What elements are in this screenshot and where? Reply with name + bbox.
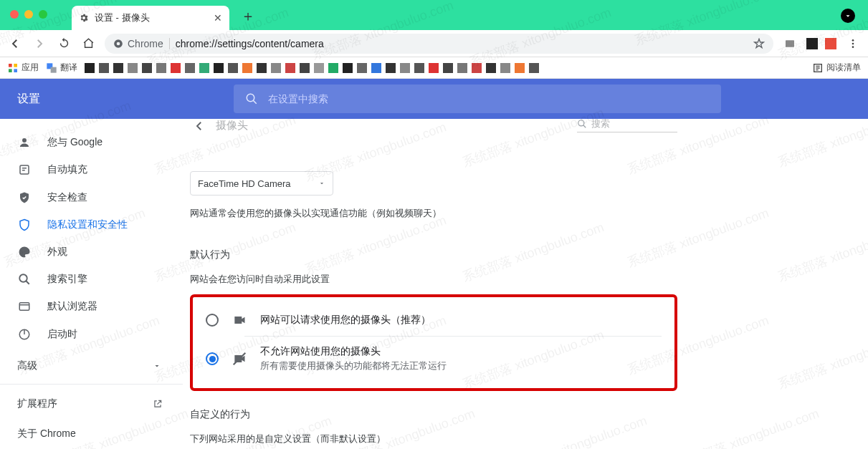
minimize-window-button[interactable] — [24, 10, 33, 19]
radio-allow[interactable] — [206, 314, 219, 327]
browser-tab[interactable]: 设置 - 摄像头 ✕ — [72, 6, 229, 30]
radio-block[interactable] — [206, 352, 219, 365]
bookmark-item[interactable] — [99, 63, 109, 73]
bookmark-item[interactable] — [328, 63, 338, 73]
divider — [0, 384, 183, 385]
option-allow-row[interactable]: 网站可以请求使用您的摄像头（推荐） — [193, 304, 674, 336]
sidebar-item-appearance[interactable]: 外观 — [0, 238, 174, 266]
svg-point-3 — [852, 39, 854, 42]
settings-main: 摄像头 搜索 FaceTime HD Camera 网站通常会使用您的摄像头以实… — [183, 119, 868, 449]
default-behavior-options: 网站可以请求使用您的摄像头（推荐） 不允许网站使用您的摄像头 所有需要使用摄像头… — [190, 294, 677, 391]
window-controls — [10, 10, 47, 19]
bookmark-item[interactable] — [85, 63, 95, 73]
forward-button[interactable] — [32, 37, 47, 50]
bookmark-item[interactable] — [271, 63, 281, 73]
bookmark-item[interactable] — [486, 63, 496, 73]
close-window-button[interactable] — [10, 10, 19, 19]
svg-point-13 — [247, 94, 254, 102]
bookmark-item[interactable] — [515, 63, 525, 73]
camera-usage-description: 网站通常会使用您的摄像头以实现通信功能（例如视频聊天） — [190, 207, 677, 220]
sidebar-label: 隐私设置和安全性 — [47, 218, 128, 231]
crumb-title: 摄像头 — [216, 119, 248, 132]
bookmark-item[interactable] — [429, 63, 439, 73]
inline-search[interactable]: 搜索 — [577, 119, 677, 132]
search-icon — [577, 119, 587, 129]
sidebar-label: 外观 — [47, 246, 67, 259]
bookmark-item[interactable] — [400, 63, 410, 73]
advanced-label: 高级 — [17, 359, 37, 372]
camera-device-select[interactable]: FaceTime HD Camera — [190, 171, 333, 195]
sidebar-item-privacy-security[interactable]: 隐私设置和安全性 — [0, 211, 174, 238]
svg-point-19 — [578, 120, 584, 126]
external-link-icon — [153, 399, 163, 409]
back-arrow-button[interactable] — [193, 120, 206, 132]
reading-list-button[interactable]: 阅读清单 — [812, 62, 861, 74]
home-button[interactable] — [80, 37, 96, 49]
bookmark-item[interactable] — [443, 63, 453, 73]
bookmark-item[interactable] — [371, 63, 381, 73]
bookmark-item[interactable] — [171, 63, 181, 73]
extension-icon[interactable] — [825, 38, 836, 49]
settings-search-input[interactable] — [268, 93, 710, 105]
bookmark-item[interactable] — [285, 63, 295, 73]
option-block-row[interactable]: 不允许网站使用您的摄像头 所有需要使用摄像头的功能都将无法正常运行 — [193, 337, 674, 381]
sidebar-advanced-toggle[interactable]: 高级 — [0, 352, 183, 380]
palette-icon — [17, 246, 32, 259]
back-button[interactable] — [7, 37, 23, 50]
bookmark-item[interactable] — [529, 63, 539, 73]
sidebar-item-autofill[interactable]: 自动填充 — [0, 156, 174, 183]
bookmark-item[interactable] — [386, 63, 396, 73]
new-tab-button[interactable]: ＋ — [241, 6, 255, 26]
bookmark-item[interactable] — [156, 63, 166, 73]
bookmark-item[interactable] — [199, 63, 209, 73]
sidebar-item-safety-check[interactable]: 安全检查 — [0, 183, 174, 211]
option-allow-label: 网站可以请求使用您的摄像头（推荐） — [260, 314, 431, 327]
bookmark-item[interactable] — [414, 63, 424, 73]
bookmark-item[interactable] — [500, 63, 510, 73]
autofill-icon — [17, 163, 32, 176]
svg-rect-17 — [19, 303, 29, 311]
sidebar-extensions-link[interactable]: 扩展程序 — [0, 389, 183, 419]
bookmark-item[interactable] — [257, 63, 267, 73]
bookmark-item[interactable] — [472, 63, 482, 73]
bookmark-item[interactable] — [343, 63, 353, 73]
bookmark-item[interactable] — [113, 63, 123, 73]
apps-bookmark[interactable]: 应用 — [7, 62, 39, 74]
camera-select-value: FaceTime HD Camera — [198, 178, 291, 189]
bookmark-item[interactable] — [128, 63, 138, 73]
profile-button[interactable] — [841, 9, 855, 23]
bookmark-item[interactable] — [214, 63, 224, 73]
bookmark-item[interactable] — [457, 63, 467, 73]
bookmark-item[interactable] — [300, 63, 310, 73]
maximize-window-button[interactable] — [39, 10, 47, 19]
bookmark-item[interactable] — [185, 63, 195, 73]
bookmark-item[interactable] — [314, 63, 324, 73]
dropdown-arrow-icon — [318, 180, 325, 187]
sidebar-about-link[interactable]: 关于 Chrome — [0, 419, 183, 449]
browser-toolbar: Chrome chrome://settings/content/camera — [0, 30, 868, 57]
sidebar-item-on-startup[interactable]: 启动时 — [0, 321, 174, 348]
site-info-button[interactable]: Chrome — [113, 38, 170, 49]
svg-point-16 — [19, 274, 27, 282]
settings-title: 设置 — [0, 92, 234, 107]
menu-button[interactable] — [845, 38, 861, 49]
translate-bookmark[interactable]: 翻译 — [46, 62, 77, 74]
sidebar-item-default-browser[interactable]: 默认浏览器 — [0, 293, 174, 320]
bookmark-item[interactable] — [142, 63, 152, 73]
bookmark-star-button[interactable] — [753, 38, 765, 49]
reading-list-label: 阅读清单 — [826, 62, 861, 74]
address-bar[interactable]: Chrome chrome://settings/content/camera — [105, 34, 773, 54]
sidebar-item-you-and-google[interactable]: 您与 Google — [0, 129, 174, 156]
search-icon — [17, 273, 32, 286]
shield-icon — [17, 218, 32, 231]
extension-icon[interactable] — [806, 38, 818, 49]
bookmark-item[interactable] — [242, 63, 252, 73]
close-tab-button[interactable]: ✕ — [214, 12, 222, 24]
reload-button[interactable] — [56, 37, 72, 49]
bookmark-item[interactable] — [357, 63, 367, 73]
reader-mode-icon[interactable] — [782, 38, 798, 49]
sidebar-item-search-engine[interactable]: 搜索引擎 — [0, 266, 174, 293]
bookmark-item[interactable] — [228, 63, 238, 73]
settings-search[interactable] — [234, 85, 721, 113]
svg-rect-2 — [786, 40, 794, 47]
